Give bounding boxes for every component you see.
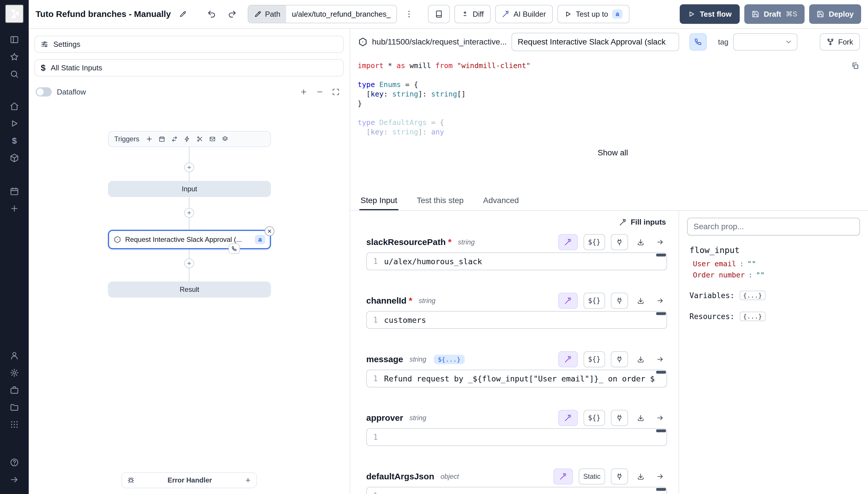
sqs-trigger-icon[interactable] (222, 136, 228, 142)
tab-advanced[interactable]: Advanced (482, 192, 520, 210)
step-summary-input[interactable] (512, 33, 679, 51)
ai-builder-button[interactable]: AI Builder (495, 5, 553, 23)
kafka-trigger-icon[interactable] (197, 136, 203, 142)
insert-value-button[interactable] (634, 234, 648, 250)
delete-step-button[interactable] (265, 226, 274, 236)
rail-item-star[interactable] (5, 48, 24, 65)
input-node[interactable]: Input (108, 181, 271, 197)
flow-input-root[interactable]: flow_input (687, 245, 860, 255)
edit-path-button[interactable]: Path (248, 5, 286, 23)
rail-item-folder[interactable] (5, 399, 24, 416)
email-trigger-icon[interactable] (209, 136, 216, 142)
connect-plug-button[interactable] (611, 351, 628, 367)
fork-button[interactable]: Fork (820, 33, 860, 51)
connect-plug-button[interactable] (611, 234, 628, 250)
insert-step-button[interactable] (184, 163, 194, 172)
webhook-trigger-icon[interactable] (146, 136, 153, 142)
show-all-button[interactable]: Show all (592, 146, 634, 160)
ai-fill-field-button[interactable] (558, 351, 578, 367)
test-flow-label: Test flow (700, 10, 732, 19)
apply-arrow-button[interactable] (653, 410, 667, 426)
approval-phone-button[interactable] (689, 33, 707, 51)
draft-button[interactable]: Draft ⌘S (744, 4, 805, 24)
field-editor[interactable]: 1 (366, 487, 667, 494)
insert-value-button[interactable] (634, 293, 648, 309)
insert-value-button[interactable] (634, 351, 648, 367)
rail-item-grid[interactable] (5, 416, 24, 433)
websocket-trigger-icon[interactable] (184, 136, 190, 142)
variables-braces[interactable]: {...} (740, 291, 766, 300)
field-value: u/alex/humorous_slack (384, 257, 482, 266)
insert-value-button[interactable] (634, 410, 648, 426)
schedule-trigger-icon[interactable] (159, 136, 165, 142)
field-editor[interactable]: 1 u/alex/humorous_slack (366, 252, 667, 270)
ai-fill-field-button[interactable] (553, 469, 573, 484)
tag-select[interactable] (733, 33, 797, 51)
test-up-to-button[interactable]: Test up to a (557, 5, 630, 23)
arrow-right-icon (656, 297, 664, 304)
insert-step-button[interactable] (184, 208, 194, 218)
test-flow-button[interactable]: Test flow (680, 4, 740, 24)
connect-plug-button[interactable] (611, 410, 628, 426)
ai-fill-field-button[interactable] (558, 234, 578, 250)
rail-item-home[interactable] (5, 98, 24, 115)
insert-step-button[interactable] (184, 259, 194, 268)
rail-item-help[interactable] (5, 454, 24, 471)
prop-row[interactable]: User email:"" (693, 260, 860, 268)
connect-plug-button[interactable] (611, 293, 628, 309)
search-prop-input[interactable] (687, 218, 860, 235)
expression-toggle-button[interactable]: Static (579, 469, 605, 484)
tab-step-input[interactable]: Step Input (359, 192, 398, 210)
fill-inputs-button[interactable]: Fill inputs (618, 215, 667, 229)
rail-item-dollar[interactable]: $ (5, 132, 24, 149)
selected-step-node[interactable]: Request Interactive Slack Approval (... … (108, 230, 271, 249)
edit-title-button[interactable] (174, 5, 192, 23)
rail-item-briefcase[interactable] (5, 381, 24, 399)
copy-code-button[interactable] (851, 62, 859, 72)
rail-item-collapse[interactable] (5, 471, 24, 488)
route-trigger-icon[interactable] (171, 136, 178, 142)
redo-button[interactable] (223, 5, 241, 23)
insert-value-button[interactable] (634, 469, 648, 484)
field-editor[interactable]: 1 (366, 428, 667, 446)
code-preview[interactable]: import * as wmill from "windmill-client"… (350, 55, 868, 192)
docs-button[interactable] (428, 5, 450, 23)
field-editor[interactable]: 1 customers (366, 311, 667, 329)
path-value[interactable]: u/alex/tuto_refund_branches_ (286, 5, 396, 23)
more-menu-button[interactable] (400, 5, 418, 23)
apply-arrow-button[interactable] (653, 351, 667, 367)
rail-item-play[interactable] (5, 115, 24, 132)
rail-item-calendar[interactable] (5, 183, 24, 200)
expression-toggle-button[interactable]: ${} (584, 293, 605, 309)
error-handler-node[interactable]: Error Handler (121, 472, 257, 488)
ai-fill-field-button[interactable] (558, 293, 578, 309)
apply-arrow-button[interactable] (653, 234, 667, 250)
expression-toggle-button[interactable]: ${} (584, 410, 605, 426)
rail-item-plus[interactable] (5, 200, 24, 217)
field-editor[interactable]: 1 Refund request by _${flow_input["User … (366, 369, 667, 387)
rail-item-gear[interactable] (5, 364, 24, 381)
rail-item-cube[interactable] (5, 149, 24, 167)
ai-fill-field-button[interactable] (558, 410, 578, 426)
rail-item-user[interactable] (5, 347, 24, 364)
undo-button[interactable] (203, 5, 220, 23)
rail-item-search[interactable] (5, 65, 24, 83)
deploy-button[interactable]: Deploy (809, 4, 861, 24)
field-name: slackResourcePath (366, 237, 446, 247)
triggers-node[interactable]: Triggers (108, 131, 271, 147)
windmill-logo[interactable] (5, 5, 23, 23)
expression-toggle-button[interactable]: ${} (584, 351, 605, 367)
connect-plug-button[interactable] (611, 469, 628, 484)
expression-toggle-button[interactable]: ${} (584, 234, 605, 250)
variables-row[interactable]: Variables: {...} (687, 291, 860, 300)
apply-arrow-button[interactable] (653, 469, 667, 484)
resources-row[interactable]: Resources: {...} (687, 311, 860, 321)
apply-arrow-button[interactable] (653, 293, 667, 309)
result-node[interactable]: Result (108, 282, 271, 298)
diff-button[interactable]: Diff (454, 5, 491, 23)
hub-script-path[interactable]: hub/11500/slack/request_interactive... (358, 37, 507, 46)
resources-braces[interactable]: {...} (740, 311, 766, 321)
prop-row[interactable]: Order number:"" (693, 271, 860, 279)
tab-test-this-step[interactable]: Test this step (416, 192, 465, 210)
rail-item-panel[interactable] (5, 31, 24, 48)
